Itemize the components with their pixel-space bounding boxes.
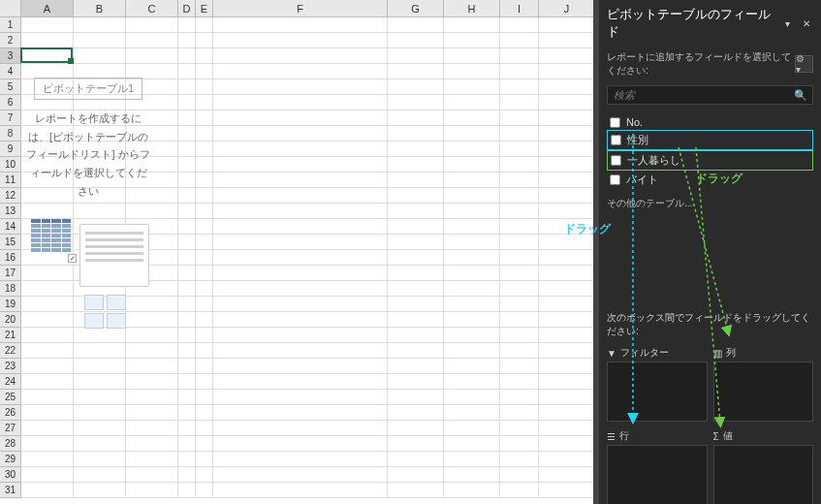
cell[interactable] [444, 281, 500, 297]
column-header[interactable]: G [388, 0, 444, 17]
cell[interactable] [196, 436, 213, 452]
cell[interactable] [196, 157, 213, 173]
cell[interactable] [178, 48, 196, 64]
cell[interactable] [74, 390, 126, 405]
cell[interactable] [213, 235, 388, 250]
cell[interactable] [213, 467, 388, 483]
row-header[interactable]: 2 [0, 33, 21, 48]
row-header[interactable]: 28 [0, 436, 21, 452]
row-header[interactable]: 22 [0, 343, 21, 359]
row-header[interactable]: 13 [0, 204, 21, 219]
cell[interactable] [178, 436, 196, 452]
cell[interactable] [539, 126, 595, 142]
cell[interactable] [388, 483, 444, 498]
column-header[interactable]: E [196, 0, 213, 17]
column-header[interactable]: B [74, 0, 126, 17]
cell[interactable] [539, 188, 595, 204]
cell[interactable] [21, 436, 74, 452]
cell[interactable] [388, 17, 444, 33]
cell[interactable] [500, 219, 539, 235]
row-header[interactable]: 21 [0, 328, 21, 343]
cell[interactable] [178, 266, 196, 281]
cell[interactable] [21, 33, 74, 48]
cell[interactable] [500, 297, 539, 312]
cell[interactable] [388, 126, 444, 142]
cell[interactable] [388, 204, 444, 219]
cell[interactable] [444, 359, 500, 374]
cell[interactable] [21, 359, 74, 374]
cell[interactable] [178, 142, 196, 157]
cell[interactable] [213, 95, 388, 110]
cell[interactable] [178, 374, 196, 390]
field-checkbox[interactable] [611, 135, 621, 145]
cell[interactable] [539, 343, 595, 359]
cell[interactable] [388, 142, 444, 157]
cell[interactable] [444, 95, 500, 110]
cell[interactable] [213, 79, 388, 95]
cell[interactable] [539, 48, 595, 64]
cell[interactable] [444, 483, 500, 498]
cell[interactable] [539, 33, 595, 48]
cell[interactable] [178, 95, 196, 110]
cell[interactable] [444, 173, 500, 188]
cell[interactable] [539, 173, 595, 188]
cell[interactable] [444, 33, 500, 48]
row-header[interactable]: 27 [0, 421, 21, 436]
cell[interactable] [444, 188, 500, 204]
cell[interactable] [500, 281, 539, 297]
cell[interactable] [213, 110, 388, 126]
cell[interactable] [74, 374, 126, 390]
cell[interactable] [178, 173, 196, 188]
row-header[interactable]: 16 [0, 250, 21, 266]
cell[interactable] [213, 421, 388, 436]
cell[interactable] [213, 142, 388, 157]
cell[interactable] [388, 312, 444, 328]
cell[interactable] [126, 48, 178, 64]
cell[interactable] [196, 343, 213, 359]
cell[interactable] [213, 204, 388, 219]
cell[interactable] [444, 436, 500, 452]
field-item[interactable]: No. [607, 114, 813, 130]
cell[interactable] [539, 235, 595, 250]
cell[interactable] [213, 17, 388, 33]
cell[interactable] [500, 235, 539, 250]
cell[interactable] [388, 297, 444, 312]
cell[interactable] [444, 467, 500, 483]
row-header[interactable]: 23 [0, 359, 21, 374]
cell[interactable] [196, 266, 213, 281]
cell[interactable] [500, 110, 539, 126]
cell[interactable] [539, 436, 595, 452]
column-header[interactable]: D [178, 0, 196, 17]
cell[interactable] [539, 405, 595, 421]
row-header[interactable]: 31 [0, 483, 21, 498]
cell[interactable] [213, 405, 388, 421]
cell[interactable] [539, 219, 595, 235]
cell[interactable] [539, 281, 595, 297]
cell[interactable] [196, 33, 213, 48]
cell[interactable] [126, 17, 178, 33]
cell[interactable] [196, 219, 213, 235]
cell[interactable] [444, 343, 500, 359]
cell[interactable] [388, 421, 444, 436]
cell[interactable] [178, 328, 196, 343]
cell[interactable] [213, 266, 388, 281]
row-header[interactable]: 30 [0, 467, 21, 483]
cell[interactable] [213, 483, 388, 498]
cell[interactable] [388, 219, 444, 235]
cell[interactable] [539, 359, 595, 374]
cell[interactable] [444, 126, 500, 142]
cell[interactable] [126, 421, 178, 436]
cell[interactable] [21, 452, 74, 467]
row-header[interactable]: 9 [0, 142, 21, 157]
cell[interactable] [126, 390, 178, 405]
field-checkbox[interactable] [610, 174, 620, 185]
row-header[interactable]: 3 [0, 48, 21, 64]
field-checkbox[interactable] [611, 155, 621, 166]
cell[interactable] [196, 405, 213, 421]
cell[interactable] [388, 79, 444, 95]
cell[interactable] [74, 405, 126, 421]
row-header[interactable]: 20 [0, 312, 21, 328]
cell[interactable] [178, 64, 196, 79]
cell[interactable] [196, 110, 213, 126]
cell[interactable] [388, 343, 444, 359]
